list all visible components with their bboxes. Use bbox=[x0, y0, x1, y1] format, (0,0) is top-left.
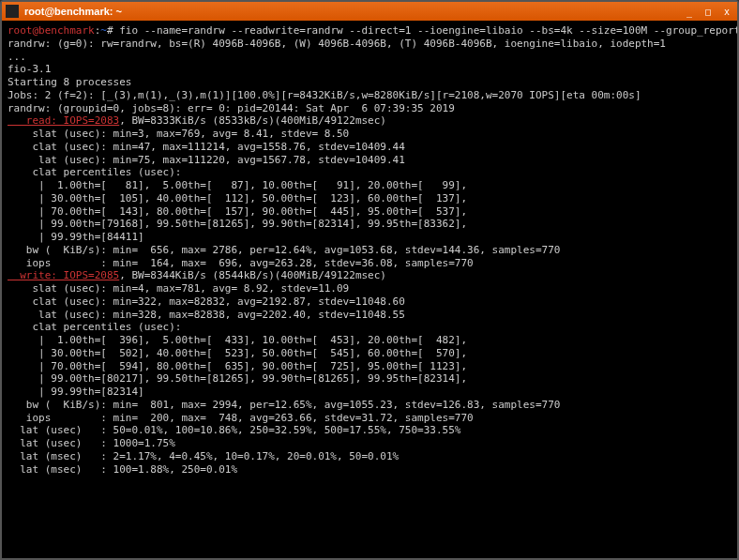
output-line: | 70.00th=[ 594], 80.00th=[ 635], 90.00t… bbox=[8, 360, 467, 372]
close-button[interactable]: x bbox=[720, 5, 733, 18]
output-line: slat (usec): min=3, max=769, avg= 8.41, … bbox=[8, 128, 349, 140]
output-line: lat (msec) : 2=1.17%, 4=0.45%, 10=0.17%,… bbox=[8, 450, 399, 462]
output-line: | 99.99th=[84411] bbox=[8, 231, 144, 243]
output-line: clat (usec): min=322, max=82832, avg=219… bbox=[8, 295, 405, 308]
output-line: | 1.00th=[ 81], 5.00th=[ 87], 10.00th=[ … bbox=[8, 179, 467, 191]
output-line: | 30.00th=[ 105], 40.00th=[ 112], 50.00t… bbox=[8, 192, 467, 204]
terminal-icon bbox=[6, 5, 19, 18]
output-line: | 1.00th=[ 396], 5.00th=[ 433], 10.00th=… bbox=[8, 334, 467, 346]
output-line: randrw: (groupid=0, jobs=8): err= 0: pid… bbox=[8, 102, 455, 114]
output-line: | 99.99th=[82314] bbox=[8, 386, 144, 398]
output-line: randrw: (g=0): rw=randrw, bs=(R) 4096B-4… bbox=[8, 38, 666, 50]
output-line: | 70.00th=[ 143], 80.00th=[ 157], 90.00t… bbox=[8, 205, 467, 218]
output-line: fio-3.1 bbox=[8, 63, 51, 75]
terminal-window: root@benchmark: ~ _ □ x root@benchmark:~… bbox=[0, 0, 739, 560]
output-line: ... bbox=[8, 51, 26, 63]
output-line: lat (usec) : 50=0.01%, 100=10.86%, 250=3… bbox=[8, 424, 460, 436]
output-line: | 30.00th=[ 502], 40.00th=[ 523], 50.00t… bbox=[8, 347, 467, 359]
read-summary-rest: , BW=8333KiB/s (8533kB/s)(400MiB/49122ms… bbox=[119, 114, 386, 127]
output-line: clat (usec): min=47, max=111214, avg=155… bbox=[8, 141, 405, 153]
output-line: clat percentiles (usec): bbox=[8, 321, 181, 333]
write-summary: write: IOPS=2085 bbox=[8, 269, 119, 281]
output-line: Starting 8 processes bbox=[8, 76, 131, 88]
prompt-user: root@benchmark bbox=[8, 24, 95, 37]
prompt-path: ~ bbox=[100, 24, 107, 37]
output-line: slat (usec): min=4, max=781, avg= 8.92, … bbox=[8, 282, 349, 295]
output-line: iops : min= 200, max= 748, avg=263.66, s… bbox=[8, 412, 474, 424]
minimize-button[interactable]: _ bbox=[683, 5, 696, 18]
output-line: bw ( KiB/s): min= 801, max= 2994, per=12… bbox=[8, 399, 560, 411]
maximize-button[interactable]: □ bbox=[701, 5, 715, 18]
terminal-body[interactable]: root@benchmark:~# fio --name=randrw --re… bbox=[2, 21, 737, 558]
output-line: Jobs: 2 (f=2): [_(3),m(1),_(3),m(1)][100… bbox=[8, 89, 641, 101]
output-line: lat (msec) : 100=1.88%, 250=0.01% bbox=[8, 463, 237, 476]
output-line: | 99.00th=[80217], 99.50th=[81265], 99.9… bbox=[8, 372, 467, 385]
command-line: fio --name=randrw --readwrite=randrw --d… bbox=[119, 24, 737, 37]
window-title: root@benchmark: ~ bbox=[24, 6, 683, 17]
write-summary-rest: , BW=8344KiB/s (8544kB/s)(400MiB/49122ms… bbox=[119, 269, 386, 281]
output-line: clat percentiles (usec): bbox=[8, 166, 181, 178]
output-line: lat (usec) : 1000=1.75% bbox=[8, 437, 175, 449]
window-buttons: _ □ x bbox=[683, 5, 733, 18]
prompt-hash: # bbox=[107, 24, 119, 37]
output-line: lat (usec): min=328, max=82838, avg=2202… bbox=[8, 309, 405, 321]
output-line: | 99.00th=[79168], 99.50th=[81265], 99.9… bbox=[8, 218, 467, 230]
output-line: lat (usec): min=75, max=111220, avg=1567… bbox=[8, 154, 405, 166]
titlebar[interactable]: root@benchmark: ~ _ □ x bbox=[2, 2, 737, 21]
output-line: bw ( KiB/s): min= 656, max= 2786, per=12… bbox=[8, 244, 560, 256]
read-summary: read: IOPS=2083 bbox=[8, 114, 119, 127]
output-line: iops : min= 164, max= 696, avg=263.28, s… bbox=[8, 257, 474, 269]
